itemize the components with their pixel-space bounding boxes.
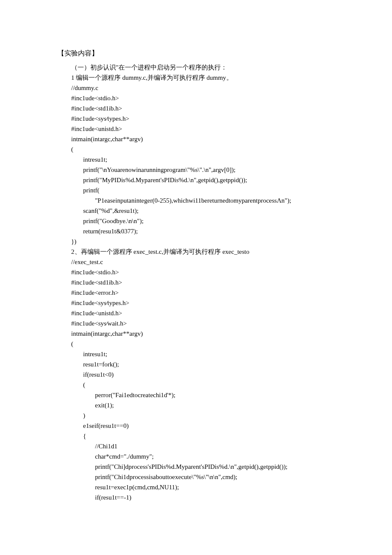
- code-line: if(resu1t==-1): [71, 492, 337, 503]
- code-line: intmain(intargc,char**argv): [71, 328, 337, 339]
- content-body: （一）初步认识"在一个进程中启动另一个程序的执行： 1 编辑一个源程序 dumm…: [58, 62, 337, 503]
- code-line: resu1t=fork();: [71, 359, 337, 369]
- code-line: #inc1ude<sys∕types.h>: [71, 298, 337, 308]
- code-line: #inc1ude<stdio.h>: [71, 267, 337, 277]
- code-line: char*cmd="./dummy";: [71, 451, 337, 462]
- code-line: intresu1t;: [71, 154, 337, 165]
- code-line: scanf("%d",&resu1t);: [71, 206, 337, 216]
- code-line: #inc1ude<std1ib.h>: [71, 103, 337, 113]
- code-line: if(resu1t<0): [71, 369, 337, 380]
- code-line: intresu1t;: [71, 349, 337, 359]
- code-line: printf("Goodbye.\n\n");: [71, 216, 337, 226]
- code-line: (: [71, 339, 337, 349]
- code-line: 2、再编辑一个源程序 exec_test.c,并编译为可执行程序 exec_te…: [71, 247, 337, 257]
- code-line: return(resu1t&0377);: [71, 226, 337, 236]
- code-line: printf("\nYouarenowinarunningprogram\"%s…: [71, 165, 337, 175]
- code-line: e1seif(resu1t==0): [71, 421, 337, 431]
- code-line: #inc1ude<std1ib.h>: [71, 277, 337, 288]
- code-line: ): [71, 410, 337, 421]
- code-line: (: [71, 380, 337, 390]
- code-line: printf(: [71, 185, 337, 195]
- code-line: #inc1ude<stdio.h>: [71, 93, 337, 103]
- code-line: //dummy.c: [71, 83, 337, 93]
- code-line: perror("Fai1edtocreatechi1d'*);: [71, 390, 337, 400]
- code-line: #inc1ude<unistd.h>: [71, 308, 337, 318]
- code-line: resu1t=exec1p(cmd,cmd,NU11);: [71, 482, 337, 492]
- code-line: //exec_test.c: [71, 257, 337, 267]
- code-line: #inc1ude<sys∕wait.h>: [71, 318, 337, 328]
- code-line: "P1easeinputaninteger(0-255),whichwi11be…: [71, 195, 337, 206]
- code-line: (: [71, 144, 337, 154]
- code-line: printf("Chi]dprocess'sPIDis%d.Myparent's…: [71, 462, 337, 472]
- code-line: //Chi1d1: [71, 441, 337, 451]
- document-page: 【实验内容】 （一）初步认识"在一个进程中启动另一个程序的执行： 1 编辑一个源…: [0, 0, 392, 528]
- code-line: printf("Chi1dprocessisabouttoexecute\"%s…: [71, 472, 337, 482]
- code-line: #inc1ude<error.h>: [71, 288, 337, 298]
- code-line: #inc1ude<unistd.h>: [71, 124, 337, 134]
- section-title: 【实验内容】: [58, 49, 337, 58]
- code-line: （一）初步认识"在一个进程中启动另一个程序的执行：: [71, 62, 337, 73]
- code-line: 1 编辑一个源程序 dummy.c,并编译为可执行程序 dummy。: [71, 73, 337, 83]
- code-line: exit(1);: [71, 400, 337, 410]
- code-line: #inc1ude<sys∕types.h>: [71, 113, 337, 124]
- code-line: intmain(intargc,char**argv): [71, 134, 337, 144]
- code-line: }): [71, 236, 337, 247]
- code-line: {: [71, 431, 337, 441]
- code-line: printf("MyPIDis%d.Myparent'sPIDis%d.\n",…: [71, 175, 337, 185]
